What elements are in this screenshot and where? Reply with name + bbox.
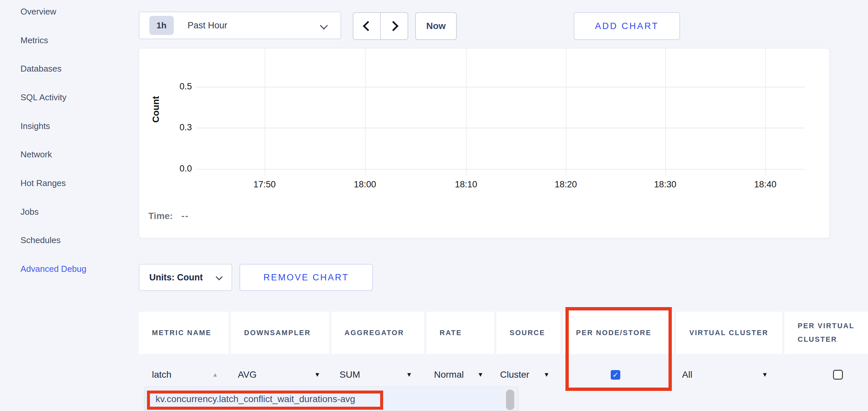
- sidebar-item-jobs[interactable]: Jobs: [21, 198, 106, 226]
- chevron-down-icon: [216, 273, 223, 280]
- rate-select[interactable]: Normal ▼: [434, 366, 484, 384]
- metric-autocomplete-dropdown: kv.concurrency.latch_conflict_wait_durat…: [145, 386, 518, 411]
- rate-value: Normal: [434, 370, 464, 380]
- y-axis-tick: 0.5: [169, 81, 192, 92]
- x-axis-tick: 18:00: [342, 179, 388, 190]
- sidebar-item-advanced-debug[interactable]: Advanced Debug: [21, 255, 106, 283]
- downsampler-select[interactable]: AVG ▼: [238, 366, 320, 384]
- now-button[interactable]: Now: [415, 12, 457, 40]
- aggregator-select[interactable]: SUM ▼: [340, 366, 412, 384]
- hover-time-readout: Time:--: [148, 211, 189, 221]
- time-range-selector[interactable]: 1h Past Hour: [139, 11, 341, 39]
- caret-down-icon: ▼: [406, 371, 412, 378]
- sidebar-item-metrics[interactable]: Metrics: [21, 26, 106, 55]
- scrollbar-track[interactable]: [505, 387, 516, 411]
- time-range-badge: 1h: [149, 16, 174, 35]
- sidebar-item-schedules[interactable]: Schedules: [21, 226, 106, 255]
- virtual-cluster-value: All: [682, 370, 692, 380]
- chevron-down-icon: [320, 22, 328, 29]
- caret-down-icon: ▼: [314, 371, 320, 378]
- next-interval-button[interactable]: [380, 12, 408, 40]
- per-virtual-cluster-checkbox[interactable]: [833, 370, 843, 380]
- autocomplete-item[interactable]: kv.concurrency.latch_conflict_wait_durat…: [156, 387, 355, 411]
- metric-name-value: latch: [152, 370, 172, 380]
- col-header-source: SOURCE: [496, 312, 560, 354]
- metric-name-combobox[interactable]: latch ▲: [152, 366, 218, 384]
- source-select[interactable]: Cluster ▼: [500, 366, 550, 384]
- y-axis-tick: 0.0: [169, 164, 192, 174]
- downsampler-value: AVG: [238, 370, 257, 380]
- remove-chart-button[interactable]: REMOVE CHART: [240, 264, 373, 291]
- hover-time-value: --: [181, 211, 189, 221]
- col-header-virtual-cluster: VIRTUAL CLUSTER: [676, 312, 782, 354]
- x-axis-tick: 18:30: [642, 179, 688, 190]
- hover-time-label: Time:: [148, 211, 173, 221]
- gridline: [196, 169, 805, 170]
- y-axis-tick: 0.3: [169, 123, 192, 133]
- previous-interval-button[interactable]: [353, 12, 381, 40]
- sidebar-nav: Overview Metrics Databases SQL Activity …: [21, 0, 106, 283]
- virtual-cluster-select[interactable]: All ▼: [682, 366, 768, 384]
- sidebar-item-network[interactable]: Network: [21, 140, 106, 169]
- units-select-value: Units: Count: [149, 272, 203, 283]
- col-header-per-virtual-cluster: PER VIRTUAL CLUSTER: [784, 312, 868, 354]
- col-header-rate: RATE: [426, 312, 494, 354]
- chevron-left-icon: [363, 21, 373, 31]
- chart-plot-area[interactable]: [196, 48, 805, 169]
- col-header-aggregator: AGGREGATOR: [331, 312, 424, 354]
- col-header-downsampler: DOWNSAMPLER: [231, 312, 329, 354]
- scrollbar-thumb[interactable]: [506, 389, 514, 410]
- units-select[interactable]: Units: Count: [139, 264, 232, 291]
- sidebar-item-insights[interactable]: Insights: [21, 112, 106, 140]
- aggregator-value: SUM: [340, 370, 360, 380]
- col-header-per-node-store: PER NODE/STORE: [563, 312, 674, 354]
- caret-down-icon: ▼: [762, 371, 768, 378]
- x-axis-tick: 18:20: [542, 179, 589, 190]
- x-axis-tick: 17:50: [242, 179, 288, 190]
- time-range-label: Past Hour: [188, 21, 227, 31]
- add-chart-button[interactable]: ADD CHART: [574, 12, 680, 40]
- chart-card: Count 0.5 0.3 0.0 17:50 18:00 18:10 18:2…: [139, 48, 830, 238]
- y-axis-label: Count: [150, 85, 161, 134]
- x-axis-tick: 18:40: [742, 179, 788, 190]
- source-value: Cluster: [500, 370, 529, 380]
- time-step-buttons: [353, 12, 408, 40]
- caret-down-icon: ▼: [543, 371, 550, 378]
- per-node-store-checkbox[interactable]: [611, 370, 620, 380]
- caret-down-icon: ▼: [477, 371, 484, 378]
- caret-up-icon: ▲: [212, 371, 218, 378]
- col-header-metric-name: METRIC NAME: [139, 312, 228, 354]
- sidebar-item-databases[interactable]: Databases: [21, 55, 106, 83]
- sidebar-item-hot-ranges[interactable]: Hot Ranges: [21, 169, 106, 198]
- chevron-right-icon: [388, 21, 398, 31]
- sidebar-item-sql-activity[interactable]: SQL Activity: [21, 83, 106, 112]
- x-axis-tick: 18:10: [443, 179, 489, 190]
- sidebar-item-overview[interactable]: Overview: [21, 0, 106, 26]
